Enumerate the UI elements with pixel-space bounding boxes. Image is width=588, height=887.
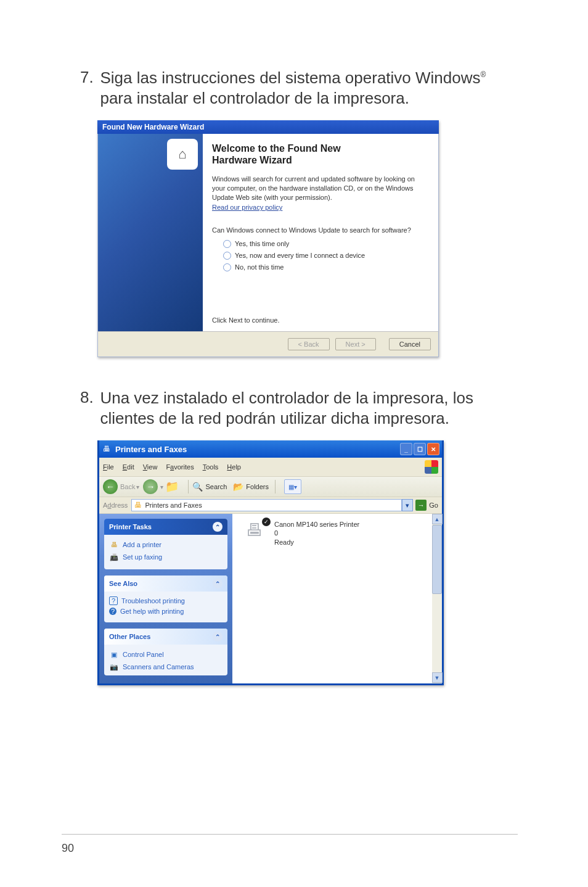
maximize-button[interactable]: ☐: [414, 443, 426, 455]
see-also-label: See Also: [109, 580, 137, 587]
chevron-up-icon: ⌃: [213, 579, 223, 588]
search-icon: 🔍: [192, 482, 203, 492]
minimize-button[interactable]: _: [400, 443, 412, 455]
content-pane: ▲ ▼ 🖶 ✓ Canon MP140 series Printer 0 Rea…: [232, 514, 442, 683]
help-printing-link[interactable]: ?Get help with printing: [109, 606, 223, 616]
printer-status: Ready: [274, 538, 359, 547]
registered-symbol: ®: [481, 70, 486, 79]
go-label: Go: [429, 501, 438, 509]
radio-icon: [223, 240, 231, 248]
address-path: Printers and Faxes: [145, 501, 202, 509]
radio-yes-once[interactable]: Yes, this time only: [223, 240, 428, 248]
step7-text-b: para instalar el controlador de la impre…: [100, 89, 409, 107]
help-icon: ?: [109, 608, 116, 615]
wizard-description: Windows will search for current and upda…: [212, 175, 428, 202]
address-bar: Address 🖶 Printers and Faxes ▾ → Go: [99, 497, 442, 514]
scanners-cameras-link[interactable]: 📷Scanners and Cameras: [109, 661, 223, 673]
printer-icon-small: 🖶: [102, 444, 112, 454]
camera-icon: 📷: [109, 662, 119, 672]
back-dropdown[interactable]: ▾: [136, 484, 139, 490]
toolbar-separator: [188, 480, 189, 493]
wizard-left-graphic: ⌂: [98, 134, 203, 331]
toolbar: ← Back ▾ → ▾ 📁 🔍 Search 📂 Folders ▦▾: [99, 477, 442, 497]
printer-item[interactable]: 🖶 ✓ Canon MP140 series Printer 0 Ready: [246, 520, 359, 547]
step8-text: Una vez instalado el controlador de la i…: [100, 388, 519, 428]
go-button[interactable]: →: [415, 500, 427, 511]
windows-logo-icon: [425, 460, 438, 474]
menu-view[interactable]: View: [143, 463, 158, 471]
radio-icon: [223, 252, 231, 260]
setup-faxing-link[interactable]: 📠Set up faxing: [109, 551, 223, 563]
step7-number: 7.: [80, 68, 97, 87]
step8-number: 8.: [80, 388, 97, 407]
menu-edit[interactable]: Edit: [123, 463, 134, 471]
explorer-titlebar[interactable]: 🖶 Printers and Faxes _ ☐ ✕: [99, 440, 442, 458]
printer-name: Canon MP140 series Printer: [274, 520, 359, 529]
printer-add-icon: 🖶: [109, 540, 119, 550]
see-also-header[interactable]: See Also ⌃: [104, 576, 227, 592]
fax-icon: 📠: [109, 552, 119, 562]
printer-tasks-label: Printer Tasks: [109, 523, 152, 530]
click-next-text: Click Next to continue.: [212, 316, 279, 324]
back-button[interactable]: < Back: [288, 338, 330, 350]
forward-dropdown[interactable]: ▾: [160, 484, 163, 490]
radio-yes-always-label: Yes, now and every time I connect a devi…: [235, 252, 365, 259]
menu-bar: File Edit View Favorites Tools Help: [99, 458, 442, 477]
step7-text: Siga las instrucciones del sistema opera…: [100, 68, 519, 108]
scroll-down-icon[interactable]: ▼: [432, 672, 443, 683]
menu-favorites[interactable]: Favorites: [166, 463, 194, 471]
wizard-heading: Welcome to the Found New Hardware Wizard: [212, 142, 428, 166]
forward-nav-button[interactable]: →: [143, 479, 158, 494]
wizard-heading-line1: Welcome to the Found New: [212, 143, 341, 154]
close-button[interactable]: ✕: [427, 443, 439, 455]
wizard-question: Can Windows connect to Windows Update to…: [212, 226, 428, 235]
menu-file[interactable]: File: [103, 463, 114, 471]
address-dropdown[interactable]: ▾: [402, 499, 413, 511]
address-icon: 🖶: [134, 501, 142, 510]
toolbar-separator: [275, 480, 276, 493]
page-footer: 90: [62, 834, 518, 855]
chevron-up-icon: ⌃: [213, 522, 223, 532]
privacy-link[interactable]: Read our privacy policy: [212, 204, 282, 211]
scroll-up-icon[interactable]: ▲: [432, 514, 443, 524]
radio-yes-always[interactable]: Yes, now and every time I connect a devi…: [223, 252, 428, 260]
printer-tasks-header[interactable]: Printer Tasks ⌃: [104, 519, 227, 535]
question-icon: ?: [109, 596, 118, 605]
address-label: Address: [103, 501, 128, 509]
next-button[interactable]: Next >: [335, 338, 376, 350]
up-button[interactable]: 📁: [165, 479, 179, 494]
wizard-titlebar: Found New Hardware Wizard: [97, 120, 439, 134]
radio-no-label: No, not this time: [235, 263, 284, 271]
add-printer-link[interactable]: 🖶Add a printer: [109, 538, 223, 551]
explorer-title: Printers and Faxes: [115, 445, 187, 454]
printer-doc-count: 0: [274, 529, 359, 537]
scroll-thumb[interactable]: [432, 525, 442, 594]
menu-help[interactable]: Help: [227, 463, 241, 471]
tasks-pane: Printer Tasks ⌃ 🖶Add a printer 📠Set up f…: [99, 514, 232, 683]
page-number: 90: [62, 842, 74, 854]
found-new-hardware-wizard: Found New Hardware Wizard ⌂ Welcome to t…: [97, 120, 439, 357]
wizard-heading-line2: Hardware Wizard: [212, 155, 292, 165]
folders-icon: 📂: [233, 482, 243, 492]
folders-button[interactable]: Folders: [246, 483, 269, 490]
search-button[interactable]: Search: [205, 483, 227, 490]
printer-large-icon: 🖶 ✓: [246, 520, 269, 543]
printers-faxes-window: 🖶 Printers and Faxes _ ☐ ✕ File Edit Vie…: [97, 440, 444, 685]
cancel-button[interactable]: Cancel: [389, 338, 431, 350]
step7-text-a: Siga las instrucciones del sistema opera…: [100, 68, 480, 87]
troubleshoot-link[interactable]: ?Troubleshoot printing: [109, 595, 223, 606]
radio-no[interactable]: No, not this time: [223, 263, 428, 271]
other-places-header[interactable]: Other Places ⌃: [104, 629, 227, 645]
menu-tools[interactable]: Tools: [203, 463, 219, 471]
radio-yes-once-label: Yes, this time only: [235, 240, 289, 247]
scrollbar[interactable]: ▲ ▼: [432, 514, 442, 683]
back-nav-button[interactable]: ←: [103, 479, 118, 494]
address-field[interactable]: 🖶 Printers and Faxes: [131, 499, 402, 511]
hardware-icon: ⌂: [167, 139, 198, 170]
check-badge-icon: ✓: [262, 518, 271, 526]
control-panel-icon: ▣: [109, 650, 119, 659]
control-panel-link[interactable]: ▣Control Panel: [109, 648, 223, 661]
radio-icon: [223, 263, 231, 271]
views-button[interactable]: ▦▾: [284, 479, 301, 494]
chevron-up-icon: ⌃: [213, 632, 223, 642]
